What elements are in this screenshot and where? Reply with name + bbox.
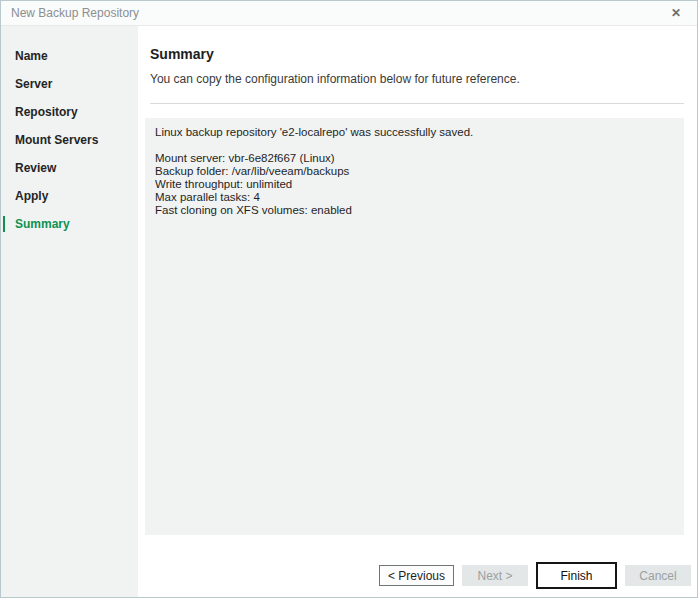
wizard-steps-sidebar: Name Server Repository Mount Servers Rev… — [1, 26, 138, 597]
new-backup-repository-dialog: New Backup Repository ✕ Name Server Repo… — [0, 0, 698, 598]
sidebar-item-mount-servers[interactable]: Mount Servers — [1, 126, 138, 154]
summary-panel: Linux backup repository 'e2-localrepo' w… — [145, 118, 684, 535]
previous-button[interactable]: < Previous — [379, 565, 454, 586]
cancel-button[interactable]: Cancel — [625, 565, 691, 586]
sidebar-item-apply[interactable]: Apply — [1, 182, 138, 210]
page-title: Summary — [150, 46, 684, 63]
summary-line: Max parallel tasks: 4 — [155, 191, 674, 204]
page-subtitle: You can copy the configuration informati… — [150, 72, 684, 86]
main-content: Summary You can copy the configuration i… — [138, 26, 697, 597]
divider — [150, 103, 684, 104]
dialog-body: Name Server Repository Mount Servers Rev… — [1, 26, 697, 597]
sidebar-item-repository[interactable]: Repository — [1, 98, 138, 126]
summary-line: Fast cloning on XFS volumes: enabled — [155, 204, 674, 217]
sidebar-item-server[interactable]: Server — [1, 70, 138, 98]
summary-line — [155, 139, 674, 152]
window-title: New Backup Repository — [11, 6, 139, 20]
sidebar-item-summary[interactable]: Summary — [1, 210, 138, 238]
summary-line: Mount server: vbr-6e82f667 (Linux) — [155, 152, 674, 165]
sidebar-item-name[interactable]: Name — [1, 42, 138, 70]
finish-button[interactable]: Finish — [536, 562, 617, 589]
title-bar: New Backup Repository ✕ — [1, 1, 697, 26]
summary-line: Write throughput: unlimited — [155, 178, 674, 191]
sidebar-item-review[interactable]: Review — [1, 154, 138, 182]
summary-line: Backup folder: /var/lib/veeam/backups — [155, 165, 674, 178]
next-button[interactable]: Next > — [462, 565, 528, 586]
summary-line: Linux backup repository 'e2-localrepo' w… — [155, 126, 674, 139]
close-icon[interactable]: ✕ — [667, 5, 685, 21]
wizard-footer: < Previous Next > Finish Cancel — [379, 562, 691, 589]
